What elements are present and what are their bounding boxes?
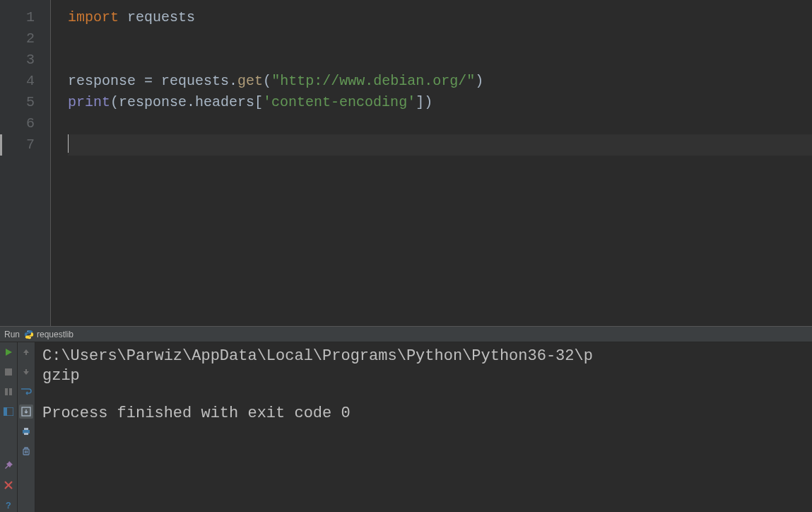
paren: ) [424,94,433,110]
rerun-button[interactable] [1,345,16,359]
string: 'content-encoding' [263,94,416,110]
clear-all-button[interactable] [19,444,33,458]
object: requests [161,73,229,89]
code-line[interactable] [68,113,812,134]
line-number[interactable]: 5 [0,92,50,113]
builtin: print [68,94,110,110]
console-output[interactable]: C:\Users\Parwiz\AppData\Local\Programs\P… [35,342,812,512]
run-toolwindow: ? C:\Users\Parwiz\AppData\Local\Programs… [0,342,812,512]
code-line[interactable] [68,28,812,50]
print-button[interactable] [19,424,33,438]
dot: . [187,94,195,110]
run-toolbar-left: ? [0,342,18,512]
close-button[interactable] [1,478,16,492]
space [153,73,161,89]
console-line: C:\Users\Parwiz\AppData\Local\Programs\P… [42,347,805,366]
space [119,9,127,25]
paren: ( [110,94,119,110]
dot: . [229,73,237,89]
run-config-name: requestlib [37,330,73,339]
svg-rect-3 [5,388,8,395]
svg-text:?: ? [6,501,11,510]
svg-rect-12 [24,428,28,430]
bracket: ] [416,94,424,110]
variable: response [68,73,144,89]
layout-button[interactable] [1,405,16,419]
svg-point-1 [30,337,30,338]
paren: ( [263,73,271,89]
line-number[interactable]: 7 [0,134,50,156]
code-line[interactable]: print(response.headers['content-encoding… [68,92,812,113]
console-blank [42,385,805,404]
up-button[interactable] [19,345,33,359]
method: get [237,73,263,89]
pause-button[interactable] [1,385,16,399]
line-number[interactable]: 6 [0,113,50,134]
pin-button[interactable] [1,458,16,472]
stop-button[interactable] [1,365,16,379]
attribute: headers [195,94,254,110]
paren: ) [475,73,483,89]
run-label: Run [4,330,20,339]
svg-rect-4 [9,388,12,395]
line-number[interactable]: 4 [0,71,50,92]
down-button[interactable] [19,365,33,379]
svg-rect-13 [24,433,28,435]
python-icon [24,330,34,339]
console-line: gzip [42,366,805,386]
string: "http://www.debian.org/" [271,73,475,89]
bracket: [ [254,94,263,110]
console-line: Process finished with exit code 0 [42,404,805,424]
code-line[interactable]: import requests [68,7,812,28]
svg-rect-9 [25,369,27,372]
keyword: import [68,9,119,25]
operator: = [144,73,153,89]
code-line[interactable] [68,134,812,156]
code-line[interactable] [68,50,812,71]
variable: response [119,94,187,110]
run-toolbar-inner [18,342,35,512]
gutter: 1 2 3 4 5 6 7 [0,0,51,326]
run-toolwindow-header[interactable]: Run requestlib [0,327,812,342]
code-area[interactable]: import requests response = requests.get(… [51,0,812,326]
soft-wrap-button[interactable] [19,385,33,399]
help-button[interactable]: ? [1,498,16,512]
editor-pane: 1 2 3 4 5 6 7 import requests response =… [0,0,812,327]
svg-rect-6 [4,407,7,416]
svg-rect-2 [5,368,12,376]
line-number[interactable]: 1 [0,7,50,28]
cursor [68,134,69,153]
svg-point-0 [28,330,28,331]
line-number[interactable]: 3 [0,50,50,71]
code-line[interactable]: response = requests.get("http://www.debi… [68,71,812,92]
module-name: requests [127,9,195,25]
line-number[interactable]: 2 [0,28,50,50]
svg-rect-8 [25,352,27,355]
scroll-to-end-button[interactable] [19,405,33,419]
